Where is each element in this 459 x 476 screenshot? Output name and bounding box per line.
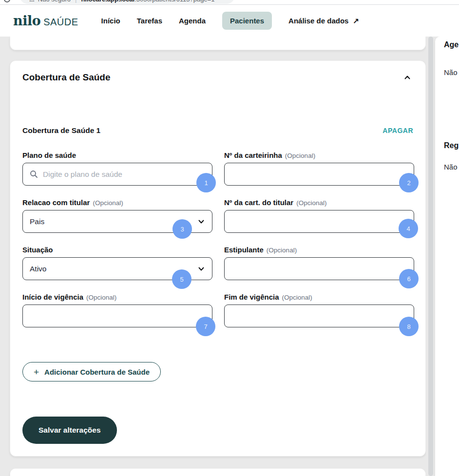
right-panel-section-text: Não xyxy=(444,163,459,171)
scrollbar-track xyxy=(426,37,435,476)
screen: ⚠ Não seguro | nilocare.app.local :3030/… xyxy=(0,0,459,476)
fim-vigencia-input[interactable]: 8 xyxy=(224,305,414,327)
external-link-icon: ↗ xyxy=(353,17,360,25)
annotation-marker-7: 7 xyxy=(196,317,215,336)
coverage-section-header: Cobertura de Saúde 1 APAGAR xyxy=(22,126,413,135)
annotation-marker-8: 8 xyxy=(399,317,419,336)
annotation-marker-3: 3 xyxy=(172,219,192,239)
nav-item-pacientes[interactable]: Pacientes xyxy=(222,12,272,30)
coverage-section-title: Cobertura de Saúde 1 xyxy=(22,126,100,135)
right-panel-section-text: Não xyxy=(444,68,459,76)
field-numero-cart-titular: Nº da cart. do titular (Opcional) 4 xyxy=(224,198,414,233)
field-inicio-vigencia: Início de vigência (Opcional) 7 xyxy=(22,293,212,327)
url-omnibox[interactable]: ⚠ Não seguro | nilocare.app.local :3030/… xyxy=(19,0,235,4)
situacao-select[interactable]: Ativo 5 xyxy=(22,257,212,280)
selected-value: Pais xyxy=(30,217,193,226)
search-icon xyxy=(30,170,38,178)
optional-hint: (Opcional) xyxy=(267,247,297,254)
numero-cart-titular-text-input[interactable] xyxy=(231,217,407,226)
nav-item-agenda[interactable]: Agenda xyxy=(179,12,206,30)
scrollbar-thumb[interactable] xyxy=(428,37,433,476)
field-label: Fim de vigência xyxy=(224,293,279,301)
card-title: Cobertura de Saúde xyxy=(22,72,111,83)
numero-carteirinha-text-input[interactable] xyxy=(231,170,407,179)
plano-de-saude-input[interactable]: 1 xyxy=(22,163,212,186)
url-path: :3030/patients/6113?page=1 xyxy=(134,0,214,3)
annotation-marker-6: 6 xyxy=(399,269,419,288)
nav-item-label: Análise de dados xyxy=(288,17,348,25)
numero-carteirinha-input[interactable]: 2 xyxy=(224,163,414,186)
optional-hint: (Opcional) xyxy=(296,199,326,207)
selected-value: Ativo xyxy=(30,265,193,273)
annotation-marker-5: 5 xyxy=(172,269,191,289)
warning-icon: ⚠ xyxy=(29,0,35,3)
chevron-up-icon xyxy=(403,74,411,81)
page-background: Cobertura de Saúde Cobertura de Saúde 1 … xyxy=(0,37,459,476)
salvar-alteracoes-button[interactable]: Salvar alterações xyxy=(22,417,117,444)
optional-hint: (Opcional) xyxy=(86,294,116,301)
apagar-button[interactable]: APAGAR xyxy=(382,127,413,134)
annotation-marker-4: 4 xyxy=(399,219,418,238)
security-label: Não seguro xyxy=(38,0,71,3)
logo-wordmark: nilo xyxy=(13,13,40,28)
field-label: Nº da carteirinha xyxy=(224,151,282,159)
right-panel-section-title: Reg xyxy=(444,141,459,150)
optional-hint: (Opcional) xyxy=(93,199,123,207)
adicionar-cobertura-button[interactable]: + Adicionar Cobertura de Saúde xyxy=(22,362,161,381)
estipulante-input[interactable]: 6 xyxy=(224,257,414,280)
right-panel-section-title: Age xyxy=(444,40,459,49)
top-navigation: nilo SAÚDE Início Tarefas Agenda Pacient… xyxy=(0,5,459,37)
next-card-clipped xyxy=(10,468,426,476)
chevron-down-icon xyxy=(197,265,205,273)
collapse-section-button[interactable] xyxy=(402,72,413,83)
estipulante-text-input[interactable] xyxy=(231,265,407,273)
nav-item-inicio[interactable]: Início xyxy=(101,12,120,30)
numero-cart-titular-input[interactable]: 4 xyxy=(224,210,414,233)
field-label: Situação xyxy=(22,246,53,254)
field-label: Relacao com titular xyxy=(22,198,90,207)
logo-subword: SAÚDE xyxy=(43,17,78,28)
url-divider: | xyxy=(75,0,76,3)
field-numero-carteirinha: Nº da carteirinha (Opcional) 2 xyxy=(224,151,414,186)
cobertura-de-saude-card: Cobertura de Saúde Cobertura de Saúde 1 … xyxy=(10,60,426,457)
field-relacao-com-titular: Relacao com titular (Opcional) Pais 3 xyxy=(22,198,212,233)
nilo-saude-logo[interactable]: nilo SAÚDE xyxy=(13,13,78,28)
field-fim-vigencia: Fim de vigência (Opcional) 8 xyxy=(224,293,414,327)
relacao-com-titular-select[interactable]: Pais 3 xyxy=(22,210,212,233)
annotation-marker-1: 1 xyxy=(196,173,216,192)
field-plano-de-saude: Plano de saúde 1 xyxy=(22,151,212,186)
right-panel-clipped: Age Não Reg Não xyxy=(435,37,459,476)
reload-icon[interactable] xyxy=(4,0,10,2)
inicio-vigencia-text-input[interactable] xyxy=(30,312,205,321)
nav-item-tarefas[interactable]: Tarefas xyxy=(137,12,162,30)
coverage-fields-grid: Plano de saúde 1 Nº da carteirinha (Opci… xyxy=(22,151,413,327)
card-header: Cobertura de Saúde xyxy=(22,72,413,83)
annotation-marker-2: 2 xyxy=(399,173,419,192)
field-situacao: Situação Ativo 5 xyxy=(22,246,212,280)
fim-vigencia-text-input[interactable] xyxy=(231,312,407,321)
plus-icon: + xyxy=(34,367,39,377)
optional-hint: (Opcional) xyxy=(285,152,315,159)
field-label: Estipulante xyxy=(224,246,264,254)
chevron-down-icon xyxy=(197,218,205,226)
field-label: Início de vigência xyxy=(22,293,83,301)
inicio-vigencia-input[interactable]: 7 xyxy=(22,305,212,327)
save-button-label: Salvar alterações xyxy=(38,426,101,435)
nav-item-analise-de-dados[interactable]: Análise de dados ↗ xyxy=(288,12,359,30)
optional-hint: (Opcional) xyxy=(282,294,312,301)
main-column: Cobertura de Saúde Cobertura de Saúde 1 … xyxy=(10,37,426,476)
field-estipulante: Estipulante (Opcional) 6 xyxy=(224,246,414,280)
previous-card-clipped xyxy=(10,37,426,50)
url-host: nilocare.app.local xyxy=(81,0,134,3)
plano-de-saude-text-input[interactable] xyxy=(43,170,205,179)
field-label: Plano de saúde xyxy=(22,151,76,159)
add-button-label: Adicionar Cobertura de Saúde xyxy=(44,368,150,376)
nav-links: Início Tarefas Agenda Pacientes Análise … xyxy=(101,12,360,30)
browser-address-bar: ⚠ Não seguro | nilocare.app.local :3030/… xyxy=(0,0,459,5)
field-label: Nº da cart. do titular xyxy=(224,198,293,207)
